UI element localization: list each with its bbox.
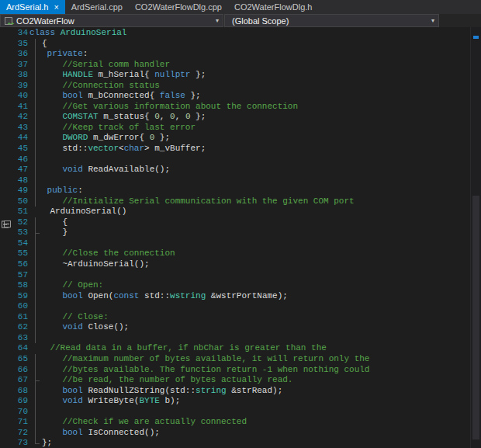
code-line[interactable]: 53 }: [0, 227, 470, 238]
code-line[interactable]: 44 DWORD m_dwError{ 0 };: [0, 133, 470, 144]
line-number: 38: [0, 70, 29, 81]
fold-guide: [29, 322, 42, 333]
fold-guide: [29, 291, 42, 302]
code-line[interactable]: 54: [0, 238, 470, 249]
tab-ardserial-h[interactable]: ArdSerial.h ×: [0, 0, 65, 14]
code-text: class ArduinoSerial: [29, 28, 470, 39]
code-line[interactable]: 66 //bytes available. The function retur…: [0, 365, 470, 376]
tab-ardserial-cpp[interactable]: ArdSerial.cpp: [65, 0, 129, 14]
fold-guide: [29, 91, 42, 102]
code-area[interactable]: 34class ArduinoSerial35{36 private:37 //…: [0, 27, 470, 448]
code-line[interactable]: 48: [0, 175, 470, 186]
line-number: 63: [0, 333, 29, 344]
tab-co2waterflowdlg-h[interactable]: CO2WaterFlowDlg.h: [228, 0, 318, 14]
close-icon[interactable]: ×: [54, 3, 58, 12]
line-number: 46: [0, 155, 29, 165]
code-text: bool IsConnected();: [42, 428, 470, 439]
line-number: 68: [0, 386, 29, 397]
code-line[interactable]: 52 {: [0, 217, 470, 228]
code-text: //Check if we are actually connected: [42, 417, 470, 428]
scope-dropdown[interactable]: (Global Scope) ▾: [224, 14, 439, 27]
code-line[interactable]: 55 //Close the connection: [0, 248, 470, 259]
scrollbar-thumb[interactable]: [472, 196, 479, 439]
fold-guide: [29, 270, 42, 281]
code-line[interactable]: 61 // Close:: [0, 312, 470, 323]
vertical-scrollbar[interactable]: [470, 27, 481, 448]
line-number: 67: [0, 375, 29, 386]
line-number: 58: [0, 280, 29, 291]
code-text: //Connection status: [42, 81, 470, 92]
code-line[interactable]: 39 //Connection status: [0, 81, 470, 92]
line-number: 36: [0, 49, 29, 60]
code-line[interactable]: 37 //Serial comm handler: [0, 60, 470, 71]
line-number: 62: [0, 322, 29, 333]
code-text: //Read data in a buffer, if nbChar is gr…: [29, 343, 470, 354]
code-text: [42, 175, 470, 186]
code-text: void ReadAvailable();: [42, 165, 470, 175]
code-line[interactable]: 69 void WriteByte(BYTE b);: [0, 396, 470, 407]
code-line[interactable]: 43 //Keep track of last error: [0, 123, 470, 134]
code-line[interactable]: 63: [0, 333, 470, 344]
project-dropdown[interactable]: CO2WaterFlow ▾: [0, 14, 223, 27]
fold-guide: [29, 39, 42, 50]
tab-label: CO2WaterFlowDlg.h: [234, 2, 312, 12]
fold-guide: [29, 81, 42, 92]
code-line[interactable]: 56 ~ArduinoSerial();: [0, 259, 470, 270]
tab-label: ArdSerial.h: [6, 2, 48, 12]
code-line[interactable]: 49 public:: [0, 186, 470, 196]
fold-guide: [29, 238, 42, 249]
code-line[interactable]: 41 //Get various information about the c…: [0, 102, 470, 113]
code-line[interactable]: 62 void Close();: [0, 322, 470, 333]
project-icon: [5, 16, 13, 25]
code-line[interactable]: 59 bool Open(const std::wstring &wstrPor…: [0, 291, 470, 302]
code-line[interactable]: 71 //Check if we are actually connected: [0, 417, 470, 428]
line-number: 37: [0, 60, 29, 71]
code-text: ~ArduinoSerial();: [42, 259, 470, 270]
code-line[interactable]: 38 HANDLE m_hSerial{ nullptr };: [0, 70, 470, 81]
code-line[interactable]: 36 private:: [0, 49, 470, 60]
code-line[interactable]: 65 //maximum number of bytes available, …: [0, 354, 470, 365]
code-text: public:: [42, 186, 470, 196]
fold-guide: [29, 112, 42, 123]
code-line[interactable]: 51 ArduinoSerial(): [0, 207, 470, 217]
line-number: 54: [0, 238, 29, 249]
fold-guide: [29, 165, 42, 175]
code-line[interactable]: 70: [0, 407, 470, 418]
code-line[interactable]: 60: [0, 301, 470, 312]
code-line[interactable]: 47 void ReadAvailable();: [0, 165, 470, 175]
code-line[interactable]: 58 // Open:: [0, 280, 470, 291]
line-number: 48: [0, 175, 29, 186]
line-number: 53: [0, 227, 29, 238]
fold-guide: [29, 396, 42, 407]
code-line[interactable]: 68 bool ReadNullZString(std::string &str…: [0, 386, 470, 397]
fold-guide: [29, 123, 42, 134]
line-number: 40: [0, 91, 29, 102]
code-line[interactable]: 67 //be read, the number of bytes actual…: [0, 375, 470, 386]
line-number: 50: [0, 196, 29, 207]
code-line[interactable]: 64 //Read data in a buffer, if nbChar is…: [0, 343, 470, 354]
code-line[interactable]: 50 //Initialize Serial communication wit…: [0, 196, 470, 207]
code-line[interactable]: 35{: [0, 39, 470, 50]
line-number: 60: [0, 301, 29, 312]
code-line[interactable]: 46: [0, 155, 470, 165]
code-text: COMSTAT m_status{ 0, 0, 0 };: [42, 112, 470, 123]
code-text: [42, 238, 470, 249]
code-line[interactable]: 45 std::vector<char> m_vBuffer;: [0, 144, 470, 155]
line-number: 56: [0, 259, 29, 270]
fold-guide: [29, 333, 42, 344]
code-text: };: [42, 438, 470, 448]
line-number: 49: [0, 186, 29, 196]
code-line[interactable]: 72 bool IsConnected();: [0, 428, 470, 439]
code-line[interactable]: 73};: [0, 438, 470, 448]
code-text: //maximum number of bytes available, it …: [42, 354, 470, 365]
code-line[interactable]: 34class ArduinoSerial: [0, 28, 470, 39]
fold-toggle-icon[interactable]: [2, 221, 9, 227]
code-text: //Serial comm handler: [42, 60, 470, 71]
tab-co2waterflowdlg-cpp[interactable]: CO2WaterFlowDlg.cpp: [129, 0, 228, 14]
code-line[interactable]: 40 bool m_bConnected{ false };: [0, 91, 470, 102]
scope-dropdown-value: (Global Scope): [229, 16, 428, 26]
line-number: 45: [0, 144, 29, 155]
code-line[interactable]: 42 COMSTAT m_status{ 0, 0, 0 };: [0, 112, 470, 123]
line-number: 66: [0, 365, 29, 376]
code-line[interactable]: 57: [0, 270, 470, 281]
